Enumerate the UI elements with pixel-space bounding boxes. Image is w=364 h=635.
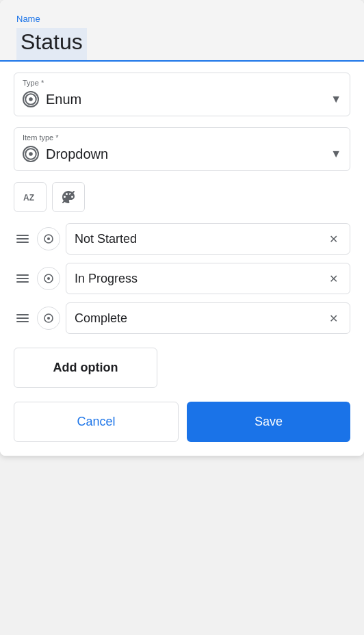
option-row: Complete ✕ [14, 302, 350, 334]
type-value: Enum [46, 92, 81, 107]
name-section: Name Status [0, 0, 364, 62]
option-row: Not Started ✕ [14, 223, 350, 255]
svg-point-11 [47, 237, 50, 240]
az-sort-button[interactable]: AZ [14, 182, 47, 212]
svg-point-3 [29, 152, 33, 156]
option-remove-button[interactable]: ✕ [325, 231, 341, 247]
option-input-wrap[interactable]: Not Started ✕ [66, 223, 350, 255]
item-type-field[interactable]: Item type * Dropdown ▼ [14, 127, 350, 171]
svg-point-15 [47, 317, 50, 320]
option-value: Complete [75, 311, 127, 326]
item-type-select[interactable]: Dropdown ▼ [23, 146, 341, 162]
svg-point-6 [66, 193, 68, 195]
color-off-button[interactable] [52, 182, 85, 212]
type-dropdown-arrow: ▼ [330, 93, 341, 105]
type-select-left: Enum [23, 91, 81, 107]
option-value: Not Started [75, 232, 137, 246]
body: Type * Enum ▼ Item type * [0, 62, 364, 456]
type-field[interactable]: Type * Enum ▼ [14, 73, 350, 116]
item-type-icon [23, 146, 39, 162]
svg-point-8 [71, 196, 73, 198]
option-input-wrap[interactable]: Complete ✕ [66, 302, 350, 334]
cancel-button[interactable]: Cancel [14, 402, 179, 442]
option-color-button[interactable] [37, 227, 60, 250]
enum-icon [23, 91, 39, 107]
option-input-wrap[interactable]: In Progress ✕ [66, 263, 350, 294]
item-type-dropdown-arrow: ▼ [330, 148, 341, 160]
drag-handle[interactable] [14, 232, 31, 246]
svg-point-13 [47, 277, 50, 280]
item-type-label: Item type * [23, 133, 341, 142]
options-list: Not Started ✕ In Progress ✕ [14, 223, 350, 334]
drag-handle[interactable] [14, 272, 31, 285]
name-label: Name [16, 14, 348, 24]
option-color-button[interactable] [37, 267, 60, 290]
option-value: In Progress [75, 272, 138, 286]
save-button[interactable]: Save [187, 402, 350, 442]
option-remove-button[interactable]: ✕ [325, 270, 341, 287]
bottom-actions: Cancel Save [14, 402, 350, 442]
dialog-container: Name Status Type * Enum ▼ [0, 0, 364, 456]
svg-point-1 [29, 97, 33, 101]
item-type-select-left: Dropdown [23, 146, 108, 162]
option-color-button[interactable] [37, 307, 60, 330]
drag-handle[interactable] [14, 311, 31, 325]
type-label: Type * [23, 79, 341, 87]
option-remove-button[interactable]: ✕ [325, 310, 341, 326]
svg-text:AZ: AZ [23, 193, 34, 203]
svg-point-5 [64, 196, 66, 198]
add-option-button[interactable]: Add option [14, 348, 157, 388]
type-select[interactable]: Enum ▼ [23, 91, 341, 107]
name-value[interactable]: Status [16, 28, 87, 60]
toolbar: AZ [14, 182, 350, 212]
option-row: In Progress ✕ [14, 263, 350, 294]
item-type-value: Dropdown [46, 146, 108, 162]
